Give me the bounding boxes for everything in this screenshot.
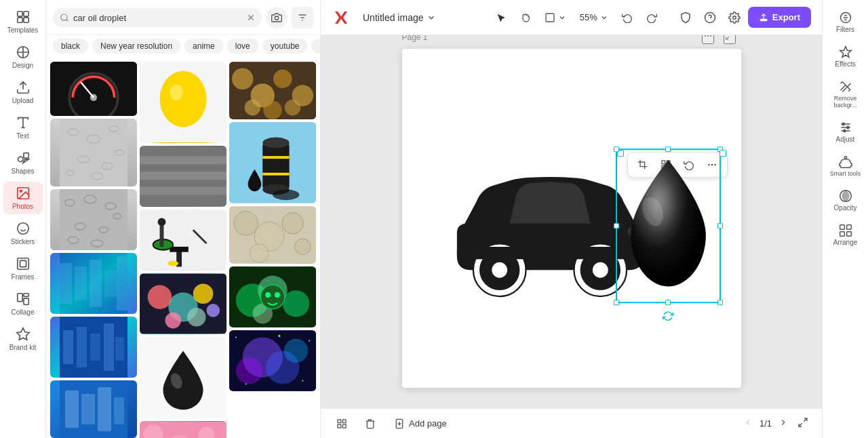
redo-icon: [646, 12, 657, 23]
tag-anime[interactable]: anime: [184, 39, 223, 54]
svg-marker-172: [840, 47, 851, 58]
app-logo-btn[interactable]: [332, 8, 351, 27]
handle-bottom[interactable]: [665, 300, 671, 306]
tag-youtube[interactable]: youtube: [262, 39, 308, 54]
svg-line-22: [66, 20, 68, 22]
photo-thumb[interactable]: [50, 62, 137, 116]
tag-money[interactable]: money: [311, 39, 320, 54]
sidebar-item-photos[interactable]: Photos: [3, 182, 43, 214]
right-panel-remove-bg[interactable]: Remove backgr...: [825, 75, 866, 114]
cursor-tool-btn[interactable]: [490, 7, 512, 28]
sidebar-item-upload[interactable]: Upload: [3, 76, 43, 108]
shield-btn[interactable]: [675, 7, 696, 28]
photo-thumb[interactable]: [229, 122, 316, 203]
fullscreen-btn[interactable]: [795, 414, 811, 433]
sidebar-item-templates[interactable]: Templates: [3, 5, 43, 38]
photo-thumb[interactable]: [140, 421, 226, 438]
prev-page-btn[interactable]: [741, 415, 755, 432]
smart-tools-icon: [839, 155, 852, 169]
tag-newyear[interactable]: New year resolution: [92, 39, 180, 54]
svg-point-88: [206, 304, 220, 317]
camera-search-icon: [271, 12, 282, 23]
photo-thumb[interactable]: [229, 266, 316, 327]
search-clear-btn[interactable]: ✕: [247, 12, 255, 23]
svg-point-80: [167, 261, 178, 266]
shield-icon: [679, 12, 692, 24]
right-panel-filters[interactable]: Filters: [825, 5, 866, 39]
filter-btn[interactable]: [292, 7, 313, 28]
photo-thumb[interactable]: [50, 253, 137, 314]
grid-view-btn[interactable]: [332, 414, 352, 434]
design-icon: [16, 45, 31, 60]
photo-thumb[interactable]: [50, 189, 137, 250]
svg-point-113: [234, 212, 258, 235]
export-btn[interactable]: Export: [748, 7, 811, 28]
photo-thumb[interactable]: [140, 337, 226, 418]
handle-tr[interactable]: [717, 146, 723, 152]
sidebar-item-brand[interactable]: Brand kit: [3, 323, 43, 355]
page-more-btn[interactable]: [702, 35, 714, 44]
sidebar-item-text[interactable]: Text: [3, 111, 43, 144]
photo-thumb[interactable]: [229, 62, 316, 119]
photo-thumb[interactable]: [50, 119, 137, 186]
svg-point-178: [843, 130, 845, 132]
photo-thumb[interactable]: [140, 62, 226, 143]
tag-love[interactable]: love: [227, 39, 258, 54]
photo-thumb[interactable]: [50, 380, 137, 438]
help-btn[interactable]: [699, 7, 721, 28]
page-nav: 1/1: [741, 414, 811, 433]
handle-left[interactable]: [614, 223, 619, 228]
right-panel-effects[interactable]: Effects: [825, 40, 866, 73]
rotate-handle[interactable]: [663, 311, 673, 324]
right-panel-adjust[interactable]: Adjust: [825, 115, 866, 148]
handle-bl[interactable]: [614, 300, 619, 306]
sidebar-item-stickers[interactable]: Stickers: [3, 217, 43, 250]
frames-label: Frames: [12, 273, 35, 281]
oil-drop-selection[interactable]: [616, 148, 721, 303]
photo-thumb[interactable]: [50, 317, 137, 378]
photo-thumb[interactable]: [140, 210, 226, 271]
prev-page-icon: [743, 418, 753, 427]
handle-tl[interactable]: [614, 146, 619, 152]
redo-btn[interactable]: [641, 7, 663, 28]
photo-thumb[interactable]: [140, 273, 226, 334]
tag-black[interactable]: black: [53, 39, 88, 54]
doc-title[interactable]: Untitled image: [357, 9, 441, 26]
sidebar-item-design[interactable]: Design: [3, 41, 43, 73]
handle-br[interactable]: [717, 300, 723, 306]
svg-point-100: [273, 69, 292, 88]
photo-thumb[interactable]: [140, 146, 226, 207]
search-input-wrap[interactable]: ✕: [53, 8, 262, 27]
handle-right[interactable]: [717, 223, 723, 228]
filters-icon: [839, 11, 852, 24]
sidebar-item-collage[interactable]: Collage: [3, 287, 43, 320]
zoom-control-btn[interactable]: 55%: [574, 9, 614, 25]
settings-btn[interactable]: [724, 7, 745, 28]
search-input[interactable]: [73, 13, 243, 23]
page-canvas-wrap[interactable]: Page 1: [321, 35, 822, 408]
hand-tool-btn[interactable]: [515, 7, 536, 28]
grid-col-1: [50, 62, 137, 438]
right-panel-opacity[interactable]: Opacity: [825, 184, 866, 217]
sidebar-item-frames[interactable]: Frames: [3, 252, 43, 285]
handle-top[interactable]: [665, 146, 671, 152]
next-page-btn[interactable]: [776, 415, 791, 432]
svg-rect-106: [262, 142, 289, 189]
left-sidebar: Templates Design Upload Text Shapes: [0, 0, 46, 438]
svg-point-129: [236, 357, 262, 384]
sidebar-item-shapes[interactable]: Shapes: [3, 146, 43, 179]
right-panel-arrange[interactable]: Arrange: [825, 218, 866, 252]
photo-thumb[interactable]: [229, 330, 316, 391]
frame-tool-btn[interactable]: [539, 9, 572, 26]
image-search-btn[interactable]: [266, 7, 288, 28]
remove-bg-icon: [839, 80, 852, 94]
page-card[interactable]: [402, 49, 741, 388]
page-expand-btn[interactable]: [724, 35, 736, 44]
photo-thumb[interactable]: [229, 206, 316, 264]
right-panel-smart-tools[interactable]: Smart tools: [825, 150, 866, 182]
add-page-btn[interactable]: Add page: [389, 416, 452, 432]
svg-rect-52: [90, 260, 102, 307]
undo-btn[interactable]: [616, 7, 638, 28]
svg-point-79: [158, 218, 166, 226]
delete-page-btn[interactable]: [360, 414, 380, 434]
